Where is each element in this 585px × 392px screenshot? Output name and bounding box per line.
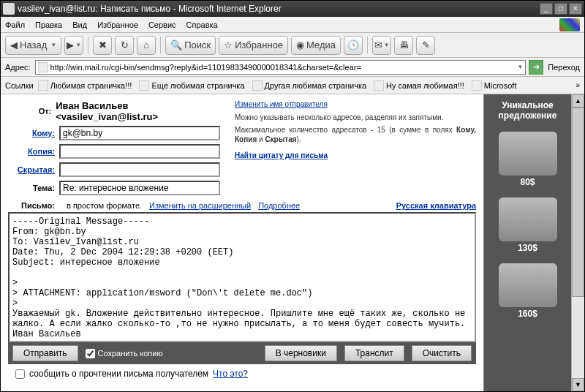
- window-title: vasilev_ivan@list.ru: Написать письмо - …: [18, 4, 538, 14]
- body-label: Письмо:: [8, 201, 55, 210]
- link-text: Другая любимая страничка: [265, 81, 367, 90]
- link-text: Microsoft: [484, 81, 517, 90]
- page-icon: [38, 80, 48, 91]
- drafts-button[interactable]: В черновики: [265, 345, 337, 361]
- search-label: Поиск: [184, 39, 211, 50]
- change-sender-link[interactable]: Изменить имя отправителя: [235, 100, 328, 108]
- page-icon: [374, 80, 384, 91]
- ad-image-icon: [499, 263, 557, 307]
- save-copy-label: Сохранить копию: [98, 349, 163, 358]
- vertical-scrollbar[interactable]: ▲ ▼: [571, 94, 584, 391]
- cc-input[interactable]: [59, 144, 220, 159]
- link-item[interactable]: Ну самая любимая!!!: [371, 80, 467, 91]
- send-button[interactable]: Отправить: [12, 345, 78, 361]
- links-label: Ссылки: [5, 81, 34, 90]
- ad-item[interactable]: 160$: [487, 263, 568, 319]
- scroll-track[interactable]: [572, 108, 584, 378]
- menu-file[interactable]: Файл: [5, 20, 25, 29]
- bcc-label-link[interactable]: Скрытая:: [18, 165, 55, 174]
- hint-addresses: Можно указывать несколько адресов, разде…: [235, 113, 476, 122]
- link-item[interactable]: Microsoft: [469, 80, 520, 91]
- russian-keyboard-link[interactable]: Русская клавиатура: [396, 201, 476, 210]
- to-input[interactable]: [59, 126, 220, 140]
- find-quote-link[interactable]: Найти цитату для письма: [235, 151, 328, 159]
- format-switch-link[interactable]: Изменить на расширенный: [149, 201, 251, 210]
- links-overflow-icon[interactable]: »: [575, 81, 580, 89]
- history-button[interactable]: 🕓: [344, 36, 363, 55]
- hint-max: Максимальное количество адресатов - 15 (…: [235, 125, 476, 144]
- menubar: Файл Правка Вид Избранное Сервис Справка: [1, 17, 584, 33]
- minimize-button[interactable]: _: [540, 3, 553, 15]
- from-value: Иван Васильев <vasilev_ivan@list.ru>: [56, 100, 220, 122]
- bcc-input[interactable]: [59, 162, 220, 177]
- maximize-button[interactable]: □: [554, 3, 567, 15]
- url-dropdown-icon[interactable]: ▼: [517, 64, 523, 70]
- scroll-down-icon[interactable]: ▼: [572, 378, 584, 391]
- edit-button[interactable]: ✎: [416, 36, 435, 55]
- home-button[interactable]: ⌂: [137, 36, 156, 55]
- page-icon: [252, 80, 263, 91]
- link-text: Ну самая любимая!!!: [386, 81, 464, 90]
- favorites-label: Избранное: [235, 39, 283, 50]
- format-more-link[interactable]: Подробнее: [258, 201, 300, 210]
- windows-logo-icon: [559, 18, 580, 31]
- stop-button[interactable]: ✖: [93, 36, 112, 55]
- menu-edit[interactable]: Правка: [35, 20, 62, 29]
- window: vasilev_ivan@list.ru: Написать письмо - …: [0, 0, 585, 392]
- favorites-button[interactable]: ☆ Избранное: [219, 36, 288, 55]
- refresh-button[interactable]: ↻: [115, 36, 134, 55]
- subject-input[interactable]: [59, 181, 220, 195]
- mail-button[interactable]: ✉▼: [372, 36, 391, 55]
- page-icon: [472, 80, 482, 91]
- go-label: Переход: [548, 63, 580, 72]
- link-item[interactable]: Другая любимая страничка: [249, 80, 370, 91]
- ad-image-icon: [499, 197, 557, 241]
- back-button[interactable]: ◀ Назад▼: [5, 36, 61, 55]
- link-item[interactable]: Еще любимая страничка: [136, 80, 247, 91]
- ad-title: Уникальное предложение: [487, 100, 568, 121]
- ad-price: 80$: [520, 177, 535, 187]
- translit-button[interactable]: Транслит: [344, 345, 404, 361]
- message-body[interactable]: [8, 212, 476, 342]
- forward-button[interactable]: ▶▼: [64, 36, 83, 55]
- to-label-link[interactable]: Кому:: [32, 129, 55, 137]
- media-label: Медиа: [306, 39, 336, 50]
- print-button[interactable]: 🖶: [394, 36, 413, 55]
- compose-form: От: Иван Васильев <vasilev_ivan@list.ru>…: [1, 94, 483, 391]
- media-button[interactable]: ◉ Медиа: [291, 36, 341, 55]
- titlebar: vasilev_ivan@list.ru: Написать письмо - …: [1, 1, 584, 17]
- close-button[interactable]: ×: [569, 3, 582, 15]
- link-text: Еще любимая страничка: [151, 81, 244, 90]
- save-copy-checkbox[interactable]: Сохранить копию: [86, 349, 163, 358]
- ad-item[interactable]: 80$: [487, 132, 568, 187]
- format-plain-text: в простом формате.: [67, 201, 142, 210]
- read-receipt-label: сообщить о прочтении письма получателем: [29, 369, 208, 379]
- ad-item[interactable]: 130$: [487, 197, 568, 253]
- separator: [160, 37, 161, 54]
- ad-price: 130$: [518, 243, 537, 253]
- clear-button[interactable]: Очистить: [412, 345, 472, 361]
- cc-label-link[interactable]: Копия:: [28, 147, 55, 156]
- subject-label: Тема:: [8, 184, 55, 192]
- address-label: Адрес:: [5, 63, 31, 72]
- whatis-link[interactable]: Что это?: [213, 369, 248, 379]
- scroll-thumb[interactable]: [572, 108, 584, 297]
- from-label: От:: [8, 107, 51, 116]
- menu-favorites[interactable]: Избранное: [97, 20, 138, 29]
- save-copy-input[interactable]: [86, 349, 95, 358]
- links-bar: Ссылки Любимая страничка!!! Еще любимая …: [1, 77, 584, 94]
- url-input[interactable]: [50, 63, 516, 72]
- menu-view[interactable]: Вид: [72, 20, 87, 29]
- menu-help[interactable]: Справка: [186, 20, 218, 29]
- read-receipt-checkbox[interactable]: [15, 369, 25, 379]
- menu-tools[interactable]: Сервис: [148, 20, 176, 29]
- ad-image-icon: [499, 132, 557, 176]
- link-item[interactable]: Любимая страничка!!!: [35, 80, 135, 91]
- url-box[interactable]: ▼: [35, 60, 526, 75]
- button-bar: Отправить Сохранить копию В черновики Тр…: [8, 342, 476, 364]
- search-button[interactable]: 🔍 Поиск: [165, 36, 216, 55]
- back-label: Назад: [20, 39, 47, 50]
- scroll-up-icon[interactable]: ▲: [572, 94, 584, 108]
- go-button[interactable]: ➔: [529, 60, 543, 75]
- toolbar: ◀ Назад▼ ▶▼ ✖ ↻ ⌂ 🔍 Поиск ☆ Избранное ◉ …: [1, 33, 584, 58]
